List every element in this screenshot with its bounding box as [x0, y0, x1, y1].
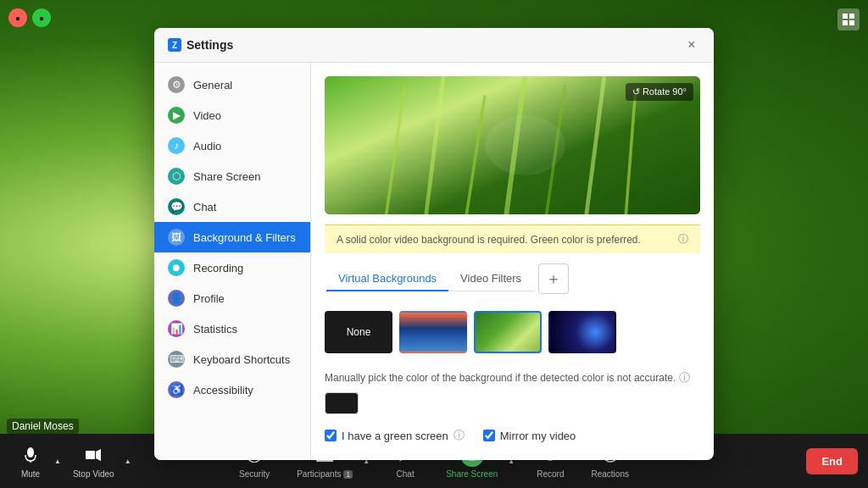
background-preview: ↺ Rotate 90°: [325, 76, 700, 214]
sidebar-label-profile: Profile: [193, 292, 225, 305]
add-background-button[interactable]: ＋: [538, 263, 569, 294]
mirror-label: Mirror my video: [500, 430, 576, 442]
share-screen-icon: ⬡: [168, 168, 185, 185]
sidebar-label-chat: Chat: [193, 201, 216, 214]
warning-bar: A solid color video background is requir…: [325, 225, 700, 253]
sidebar-item-share-screen[interactable]: ⬡ Share Screen: [154, 161, 310, 191]
sidebar-item-general[interactable]: ⚙ General: [154, 69, 310, 100]
sidebar-item-chat[interactable]: 💬 Chat: [154, 191, 310, 222]
checkbox-row: I have a green screen ⓘ Mirror my video: [325, 424, 700, 446]
zoom-icon: Z: [168, 38, 181, 52]
sidebar-item-profile[interactable]: 👤 Profile: [154, 283, 310, 313]
background-grid: None: [325, 304, 700, 360]
sidebar-item-statistics[interactable]: 📊 Statistics: [154, 313, 310, 344]
bg-option-grass[interactable]: [474, 311, 542, 353]
sidebar-label-recording: Recording: [193, 262, 243, 274]
tab-video-filters[interactable]: Video Filters: [448, 267, 533, 291]
bg-option-bridge[interactable]: [399, 311, 467, 353]
keyboard-icon: ⌨: [168, 351, 185, 368]
statistics-icon: 📊: [168, 320, 185, 337]
sidebar-item-keyboard[interactable]: ⌨ Keyboard Shortcuts: [154, 344, 310, 374]
mirror-checkbox-item: Mirror my video: [483, 430, 576, 442]
sidebar-item-audio[interactable]: ♪ Audio: [154, 130, 310, 161]
sidebar-label-share-screen: Share Screen: [193, 170, 261, 183]
sidebar-item-video[interactable]: ▶ Video: [154, 100, 310, 130]
sidebar-label-general: General: [193, 79, 232, 92]
color-picker-section: Manually pick the color of the backgroun…: [325, 370, 700, 414]
sidebar-label-keyboard: Keyboard Shortcuts: [193, 353, 290, 366]
tab-virtual-backgrounds[interactable]: Virtual Backgrounds: [326, 267, 448, 291]
dialog-close-button[interactable]: ×: [683, 36, 700, 53]
audio-icon: ♪: [168, 137, 185, 154]
sidebar-label-statistics: Statistics: [193, 323, 237, 336]
color-picker-help-icon[interactable]: ⓘ: [679, 371, 690, 384]
video-icon: ▶: [168, 107, 185, 124]
bg-option-none[interactable]: None: [325, 311, 392, 353]
green-screen-checkbox-item: I have a green screen ⓘ: [325, 428, 465, 443]
background-icon: 🖼: [168, 229, 185, 246]
dialog-title-text: Settings: [186, 38, 233, 52]
general-icon: ⚙: [168, 76, 185, 93]
warning-info-icon[interactable]: ⓘ: [678, 232, 688, 247]
dialog-title: Z Settings: [168, 38, 233, 52]
green-screen-label: I have a green screen: [342, 430, 448, 442]
sidebar-label-accessibility: Accessibility: [193, 384, 253, 396]
sidebar-item-recording[interactable]: ⏺ Recording: [154, 252, 310, 283]
accessibility-icon: ♿: [168, 381, 185, 398]
dialog-overlay: Z Settings × ⚙ General ▶ Video: [0, 0, 868, 488]
settings-sidebar: ⚙ General ▶ Video ♪ Audio ⬡ Share Screen: [154, 63, 311, 460]
sidebar-label-background: Background & Filters: [193, 231, 296, 244]
sidebar-label-video: Video: [193, 109, 221, 122]
sidebar-item-accessibility[interactable]: ♿ Accessibility: [154, 374, 310, 405]
sidebar-item-background[interactable]: 🖼 Background & Filters: [154, 222, 310, 252]
tab-bar: Virtual Backgrounds Video Filters: [325, 267, 535, 291]
profile-icon: 👤: [168, 290, 185, 307]
warning-text: A solid color video background is requir…: [337, 234, 641, 246]
svg-point-12: [485, 115, 565, 175]
dialog-header: Z Settings ×: [154, 28, 714, 63]
dialog-body: ⚙ General ▶ Video ♪ Audio ⬡ Share Screen: [154, 63, 714, 460]
color-picker-text: Manually pick the color of the backgroun…: [325, 372, 676, 384]
bg-option-space[interactable]: [548, 311, 616, 353]
settings-dialog: Z Settings × ⚙ General ▶ Video: [154, 28, 714, 460]
tab-row: Virtual Backgrounds Video Filters ＋: [325, 263, 700, 294]
settings-main-content: ↺ Rotate 90° A solid color video backgro…: [311, 63, 714, 460]
green-screen-checkbox[interactable]: [325, 430, 337, 441]
sidebar-label-audio: Audio: [193, 140, 221, 152]
color-swatch[interactable]: [325, 392, 359, 414]
recording-icon: ⏺: [168, 259, 185, 276]
green-screen-help-icon[interactable]: ⓘ: [453, 428, 465, 443]
mirror-checkbox[interactable]: [483, 430, 495, 441]
color-picker-label: Manually pick the color of the backgroun…: [325, 370, 700, 385]
chat-icon: 💬: [168, 198, 185, 215]
rotate-button[interactable]: ↺ Rotate 90°: [626, 83, 693, 101]
